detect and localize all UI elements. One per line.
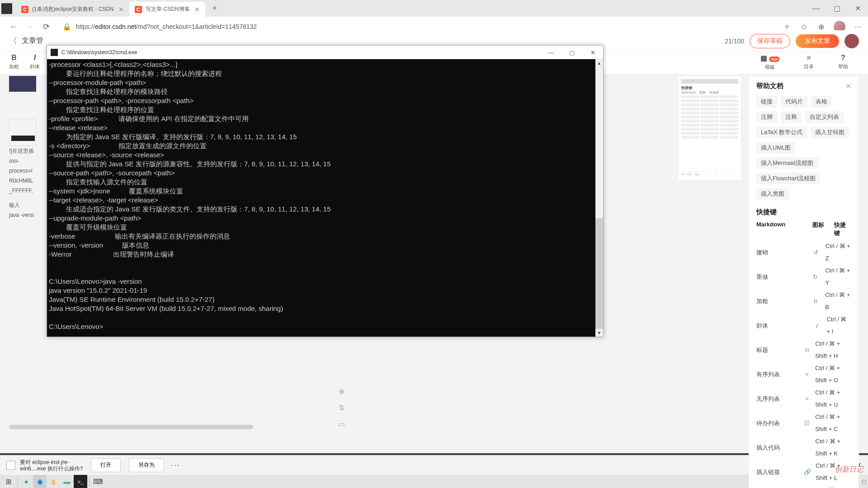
open-button[interactable]: 打开 — [91, 458, 121, 472]
help-button[interactable]: ?帮助 — [838, 54, 848, 70]
browser-tab-0[interactable]: C (1条消息)eclipse安装教程 - CSDN ✕ — [16, 2, 129, 17]
editor-float-tools: ⊕ ⇅ ▭ — [336, 386, 346, 429]
help-tags: 链接代码片表格注脚注释自定义列表LaTeX 数学公式插入甘特图插入UML图插入M… — [756, 96, 851, 200]
minimize-button[interactable]: — — [541, 46, 561, 59]
close-button[interactable]: ✕ — [582, 46, 603, 59]
download-text: 要对 eclipse-inst-jre- win6....exe 执行什么操作? — [20, 459, 83, 472]
cmd-scrollbar[interactable]: ▲▼ — [595, 59, 603, 337]
url-text: https://editor.csdn.net/md?not_checkout=… — [76, 23, 257, 30]
shortcuts-header: Markdown 图标 快捷键 — [756, 221, 851, 237]
close-icon[interactable]: ✕ — [194, 6, 200, 13]
cmd-window: C:\Windows\system32\cmd.exe — ▢ ✕ -proce… — [47, 45, 604, 337]
layout-icon[interactable]: ▭ — [336, 419, 346, 429]
tab-title: 写文章-CSDN博客 — [146, 5, 190, 13]
minimize-button[interactable]: — — [806, 0, 826, 17]
cmd-titlebar[interactable]: C:\Windows\system32\cmd.exe — ▢ ✕ — [47, 46, 603, 59]
collections-icon[interactable]: ⊕ — [816, 23, 826, 31]
keyboard-icon[interactable]: ⌨ — [91, 475, 105, 488]
menu-icon[interactable]: ⋯ — [854, 23, 863, 31]
help-tag[interactable]: 注释 — [781, 111, 802, 123]
title-char-count: 21/100 — [725, 38, 744, 45]
browser-tab-1[interactable]: C 写文章-CSDN博客 ✕ — [129, 2, 205, 17]
help-tag[interactable]: 插入Flowchart流程图 — [756, 173, 820, 184]
cmd-content[interactable]: -processor <class1>[,<class2>,<class3>..… — [47, 59, 603, 337]
shortcut-row: 加粗BCtrl / ⌘ + B — [756, 289, 851, 313]
shortcut-row: 插入代码Ctrl / ⌘ + Shift + K — [756, 435, 851, 460]
close-button[interactable]: ✕ — [847, 0, 868, 17]
cmd-title: C:\Windows\system32\cmd.exe — [61, 49, 137, 56]
browser-chrome: C (1条消息)eclipse安装教程 - CSDN ✕ C 写文章-CSDN博… — [0, 0, 868, 30]
right-panels: 快捷键 Markdown 图标 快捷键 ◀ 字数 行数 ≡ 帮助文档 ✕ 链接代… — [678, 76, 859, 488]
help-tag[interactable]: 插入类图 — [756, 188, 789, 200]
help-tag[interactable]: 插入甘特图 — [811, 127, 849, 138]
publish-button[interactable]: 发布文章 — [796, 34, 839, 48]
window-controls: — ▢ ✕ — [806, 0, 868, 17]
user-avatar[interactable] — [844, 34, 859, 48]
new-tab-button[interactable]: + — [209, 4, 221, 13]
help-tag[interactable]: 代码片 — [781, 96, 807, 108]
help-tag[interactable]: 自定义列表 — [805, 111, 844, 123]
help-tag[interactable]: 链接 — [756, 96, 777, 108]
scroll-thumb[interactable] — [595, 218, 603, 336]
close-icon[interactable]: ✕ — [845, 82, 851, 90]
favicon-icon: C — [135, 6, 142, 13]
help-tag[interactable]: 插入UML图 — [756, 142, 795, 154]
target-icon[interactable]: ⊕ — [336, 386, 346, 396]
shortcut-row: 有序列表≡Ctrl / ⌘ + Shift + O — [756, 362, 851, 386]
help-tag[interactable]: 插入Mermaid流程图 — [756, 157, 818, 169]
help-tag[interactable]: 注脚 — [756, 111, 777, 123]
editor-text: _FFFFFF, — [9, 186, 47, 196]
embedded-image — [9, 119, 36, 146]
shortcut-row: 撤销↺Ctrl / ⌘ + Z — [756, 240, 851, 264]
editor-text: process=i — [9, 166, 47, 176]
help-tag[interactable]: 表格 — [811, 96, 832, 108]
edge-icon[interactable]: ◉ — [33, 475, 47, 488]
editor-scrollbar[interactable] — [9, 425, 344, 429]
start-button[interactable]: ⊞ — [2, 475, 15, 488]
shortcut-row: 斜体𝐼Ctrl / ⌘ + I — [756, 313, 851, 338]
save-draft-button[interactable]: 保存草稿 — [750, 34, 790, 48]
bold-button[interactable]: B加粗 — [9, 54, 19, 70]
close-icon[interactable]: ✕ — [118, 6, 124, 13]
help-title: 帮助文档 — [756, 82, 783, 90]
reading-list-icon[interactable]: ✧ — [782, 23, 791, 31]
article-title[interactable]: 文章管 — [22, 36, 725, 46]
shortcut-row: 标题HCtrl / ⌘ + Shift + H — [756, 338, 851, 362]
app-icon[interactable]: ▬ — [60, 475, 74, 488]
save-as-button[interactable]: 另存为 — [129, 458, 164, 472]
editor-text: ![在这里插 — [9, 146, 47, 156]
more-icon[interactable]: ··· — [170, 460, 180, 470]
preview-thumbnail[interactable]: 快捷键 Markdown 图标 快捷键 ◀ 字数 行数 ≡ — [678, 76, 741, 181]
terminal-icon[interactable]: >_ — [74, 475, 87, 488]
editor-text: R0cHM6L — [9, 176, 47, 186]
editor-left-content[interactable]: ![在这里插 oss- process=i R0cHM6L _FFFFFF, 输… — [9, 76, 47, 220]
editor-text: java -versi — [9, 210, 47, 220]
shortcut-row: 插入图片🖼Ctrl / ⌘ + Shift + G — [756, 484, 851, 488]
watermark: 创新日记 — [835, 465, 863, 474]
favorites-icon[interactable]: ✩ — [799, 23, 808, 31]
toc-button[interactable]: ≡目录 — [804, 54, 814, 70]
italic-button[interactable]: I斜体 — [30, 54, 40, 70]
sync-scroll-icon[interactable]: ⇅ — [336, 403, 346, 413]
shortcut-row: 无序列表≡Ctrl / ⌘ + Shift + U — [756, 386, 851, 411]
embedded-image — [9, 76, 36, 92]
scroll-down-icon[interactable]: ▼ — [595, 329, 603, 337]
cmd-icon — [51, 49, 58, 56]
help-panel: 帮助文档 ✕ 链接代码片表格注脚注释自定义列表LaTeX 数学公式插入甘特图插入… — [749, 76, 859, 488]
help-tag[interactable]: LaTeX 数学公式 — [756, 127, 807, 138]
wechat-icon[interactable]: ● — [19, 475, 33, 488]
scroll-up-icon[interactable]: ▲ — [595, 59, 603, 67]
maximize-button[interactable]: ▢ — [826, 0, 847, 17]
shortcut-list: 撤销↺Ctrl / ⌘ + Z重做↻Ctrl / ⌘ + Y加粗BCtrl / … — [756, 240, 851, 488]
shortcuts-title: 快捷键 — [756, 208, 851, 216]
back-icon[interactable]: 〈 — [9, 36, 17, 47]
explorer-icon[interactable]: ▮ — [47, 475, 60, 488]
lock-icon: 🔒 — [62, 23, 71, 31]
app-icon[interactable] — [1, 3, 12, 14]
file-icon — [6, 461, 15, 470]
maximize-button[interactable]: ▢ — [561, 46, 582, 59]
tab-bar: C (1条消息)eclipse安装教程 - CSDN ✕ C 写文章-CSDN博… — [0, 0, 868, 17]
editor-text: 输入 — [9, 200, 47, 210]
template-button[interactable]: ▦ new模版 — [760, 54, 779, 70]
notifications-icon[interactable]: ▢ — [862, 479, 866, 484]
